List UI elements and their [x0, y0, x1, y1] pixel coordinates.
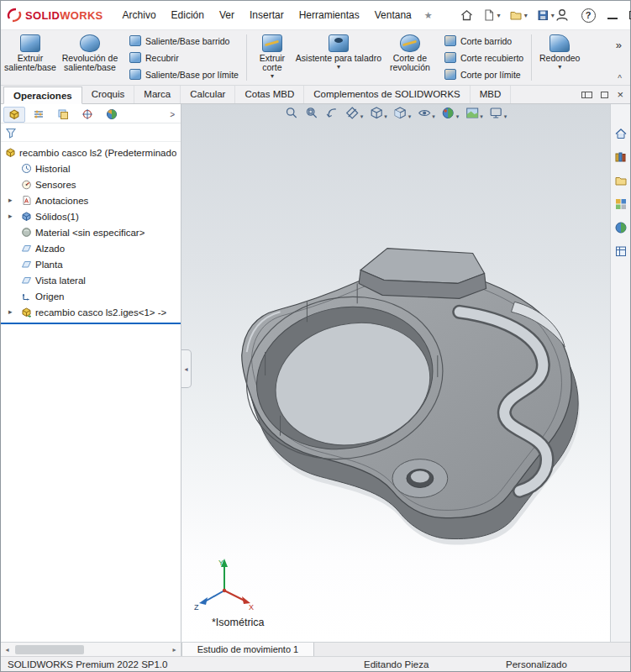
tree-item-historial[interactable]: Historial [1, 160, 181, 176]
zoom-area-button[interactable] [305, 106, 319, 120]
help-icon[interactable]: ? [581, 8, 596, 23]
menu-ventana[interactable]: Ventana [367, 1, 419, 30]
hole-wizard-label: Asistente para taladro [296, 54, 381, 63]
menu-archivo[interactable]: Archivo [115, 1, 164, 30]
motion-study-tab[interactable]: Estudio de movimiento 1 [181, 643, 314, 656]
extrude-cut-button[interactable]: Extruir corte ▾ [249, 32, 296, 83]
minimize-icon[interactable] [607, 18, 618, 19]
tab-complementos[interactable]: Complementos de SOLIDWORKS [304, 86, 470, 103]
tree-item-solidos[interactable]: ▸ Sólidos(1) [1, 208, 181, 224]
edit-appearance-button[interactable]: ▾ [441, 106, 460, 120]
tree-horizontal-scrollbar[interactable]: ◂ ▸ [1, 643, 181, 656]
loft-boss-button[interactable]: Recubrir [129, 50, 239, 65]
configurationmanager-tab[interactable] [52, 107, 74, 123]
panel-flyout-chevron-icon[interactable]: > [170, 110, 178, 119]
menu-edicion[interactable]: Edición [164, 1, 212, 30]
tree-item-material[interactable]: Material <sin especificar> [1, 224, 181, 240]
cut-stack: Corte barrido Corte recubierto Corte por… [439, 32, 529, 83]
tree-item-alzado[interactable]: Alzado [1, 240, 181, 256]
view-palette-button[interactable] [613, 197, 628, 212]
save-button[interactable]: ▾ [536, 8, 555, 22]
appearances-button[interactable] [613, 220, 628, 235]
ribbon-overflow-icon[interactable]: » [616, 39, 622, 51]
apply-scene-button[interactable]: ▾ [465, 106, 483, 120]
hole-wizard-button[interactable]: Asistente para taladro ▾ [296, 32, 381, 83]
close-ribbon-icon[interactable]: × [617, 90, 623, 100]
design-library-button[interactable] [613, 150, 628, 165]
display-style-button[interactable]: ▾ [393, 106, 412, 120]
quick-access-toolbar: ▾ ▾ ▾ [460, 8, 555, 22]
tree-item-root[interactable]: recambio casco ls2 (Predeterminado [1, 144, 181, 160]
menu-ver[interactable]: Ver [212, 1, 242, 30]
tree-item-sensores[interactable]: Sensores [1, 176, 181, 192]
section-view-button[interactable]: ▾ [345, 106, 364, 120]
configurationmanager-icon [57, 108, 69, 120]
expand-arrow-icon[interactable]: ▸ [8, 196, 13, 204]
zoom-fit-button[interactable] [285, 106, 299, 120]
propertymanager-tab[interactable] [28, 107, 50, 123]
tab-marca[interactable]: Marca [134, 86, 181, 103]
menu-herramientas[interactable]: Herramientas [292, 1, 367, 30]
save-icon [536, 8, 549, 22]
open-button[interactable]: ▾ [509, 8, 528, 22]
apply-scene-caret-icon: ▾ [480, 113, 483, 120]
tab-cotas-mbd[interactable]: Cotas MBD [235, 86, 304, 103]
swept-boss-button[interactable]: Saliente/Base barrido [129, 34, 239, 48]
user-profile-icon[interactable] [555, 8, 570, 23]
graphics-viewport[interactable]: ▾ ▾ ▾ ▾ ▾ [181, 104, 610, 642]
resources-button[interactable] [613, 126, 628, 141]
tab-calcular[interactable]: Calcular [181, 86, 235, 103]
hole-wizard-caret-icon: ▾ [337, 64, 340, 71]
new-document-button[interactable]: ▾ [482, 8, 501, 22]
extrude-boss-button[interactable]: Extruir saliente/base [4, 32, 56, 83]
tab-operaciones[interactable]: Operaciones [3, 87, 82, 104]
panel-tabs: > [1, 104, 181, 123]
previous-view-button[interactable] [325, 106, 339, 120]
pin-menu-icon[interactable]: ★ [424, 10, 433, 21]
scroll-left-icon[interactable]: ◂ [1, 646, 13, 654]
hide-show-items-button[interactable]: ▾ [417, 106, 435, 120]
tree-item-origen[interactable]: Origen [1, 288, 181, 304]
tree-item-vista-lateral[interactable]: Vista lateral [1, 272, 181, 288]
boundary-cut-button[interactable]: Corte por límite [444, 67, 523, 81]
titlebar: SOLIDWORKS Archivo Edición Ver Insertar … [1, 1, 630, 30]
swept-cut-button[interactable]: Corte barrido [444, 34, 523, 48]
view-orientation-button[interactable]: ▾ [369, 106, 387, 120]
expand-arrow-icon[interactable]: ▸ [8, 307, 13, 316]
plane-icon [21, 259, 32, 270]
file-explorer-button[interactable] [613, 173, 628, 188]
expand-arrow-icon[interactable]: ▸ [8, 212, 13, 220]
tree-item-label: Planta [35, 260, 63, 270]
expand-ribbon-icon[interactable] [601, 92, 608, 98]
tree-filter-row[interactable] [1, 123, 181, 142]
dimxpertmanager-tab[interactable] [76, 107, 98, 123]
home-button[interactable] [460, 8, 474, 22]
custom-properties-button[interactable] [613, 244, 628, 259]
fillet-button[interactable]: Redondeo ▾ [534, 32, 586, 83]
menu-insertar[interactable]: Insertar [242, 1, 292, 30]
tree-item-imported-body[interactable]: ▸ recambio casco ls2.iges<1> -> [1, 304, 181, 320]
view-settings-button[interactable]: ▾ [489, 106, 507, 120]
hole-wizard-icon [329, 34, 349, 52]
scrollbar-thumb[interactable] [15, 645, 84, 654]
boundary-boss-button[interactable]: Saliente/Base por límite [129, 67, 239, 81]
extrude-cut-icon [262, 34, 282, 52]
displaymanager-tab[interactable] [101, 107, 123, 123]
tab-croquis[interactable]: Croquis [82, 86, 135, 103]
scroll-right-icon[interactable]: ▸ [168, 646, 181, 654]
undock-ribbon-icon[interactable] [581, 90, 592, 100]
units-selector[interactable]: Personalizado [506, 659, 567, 669]
tree-item-anotaciones[interactable]: ▸ Anotaciones [1, 192, 181, 208]
ribbon-collapse-icon[interactable]: ^ [618, 74, 622, 83]
panel-collapse-handle[interactable]: ◂ [181, 349, 192, 388]
tab-mbd[interactable]: MBD [471, 86, 512, 103]
revolve-cut-button[interactable]: Corte de revolución [381, 32, 439, 83]
feature-tree: recambio casco ls2 (Predeterminado Histo… [1, 142, 181, 642]
loft-cut-button[interactable]: Corte recubierto [444, 50, 523, 65]
boss-stack: Saliente/Base barrido Recubrir Saliente/… [124, 32, 245, 83]
featuremanager-tab[interactable] [3, 107, 25, 123]
rollback-bar[interactable] [1, 323, 181, 324]
tree-item-planta[interactable]: Planta [1, 256, 181, 272]
revolve-boss-button[interactable]: Revolución de saliente/base [56, 32, 124, 83]
custom-properties-icon [614, 244, 628, 258]
